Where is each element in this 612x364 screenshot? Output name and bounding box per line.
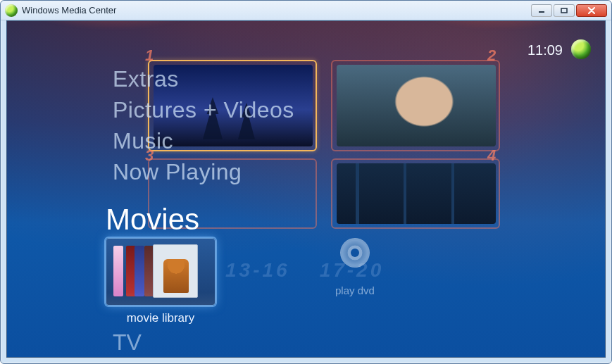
app-icon xyxy=(5,4,18,17)
menu-item-pictures-videos[interactable]: Pictures + Videos xyxy=(113,94,294,125)
decorative-glow xyxy=(6,20,246,56)
window-buttons xyxy=(531,4,607,17)
app-window: Windows Media Center 1 2 3 4 13-1617-20 xyxy=(0,0,612,364)
decorative-number: 1 xyxy=(145,46,154,65)
clock: 11:09 xyxy=(527,42,563,58)
movie-library-thumb xyxy=(106,238,216,306)
media-center-logo-icon[interactable] xyxy=(571,39,591,59)
minimize-button[interactable] xyxy=(531,4,552,17)
svg-rect-1 xyxy=(561,8,567,13)
window-title: Windows Media Center xyxy=(22,5,531,15)
decorative-number: 4 xyxy=(487,146,496,165)
tile-row: movie library play dvd xyxy=(106,238,375,325)
decorative-photo xyxy=(337,163,496,224)
menu-item-tv[interactable]: TV xyxy=(113,330,142,356)
client-area: 1 2 3 4 13-1617-20 11:09 Extras Pictures… xyxy=(6,20,606,358)
menu-item-music[interactable]: Music xyxy=(113,125,294,156)
decorative-photo xyxy=(337,65,496,146)
tile-play-dvd[interactable]: play dvd xyxy=(335,238,375,296)
disc-icon xyxy=(340,238,370,268)
decorative-number: 2 xyxy=(487,46,496,65)
close-button[interactable] xyxy=(576,4,607,17)
maximize-button[interactable] xyxy=(554,4,575,17)
tile-label: play dvd xyxy=(335,284,375,296)
section-title-movies[interactable]: Movies xyxy=(106,203,199,237)
tile-label: movie library xyxy=(127,311,194,325)
titlebar: Windows Media Center xyxy=(1,1,611,20)
menu-item-extras[interactable]: Extras xyxy=(113,63,294,94)
vertical-menu: Extras Pictures + Videos Music Now Playi… xyxy=(113,63,294,187)
menu-item-now-playing[interactable]: Now Playing xyxy=(113,156,294,187)
tile-movie-library[interactable]: movie library xyxy=(106,238,216,325)
decorative-glow xyxy=(366,20,606,56)
